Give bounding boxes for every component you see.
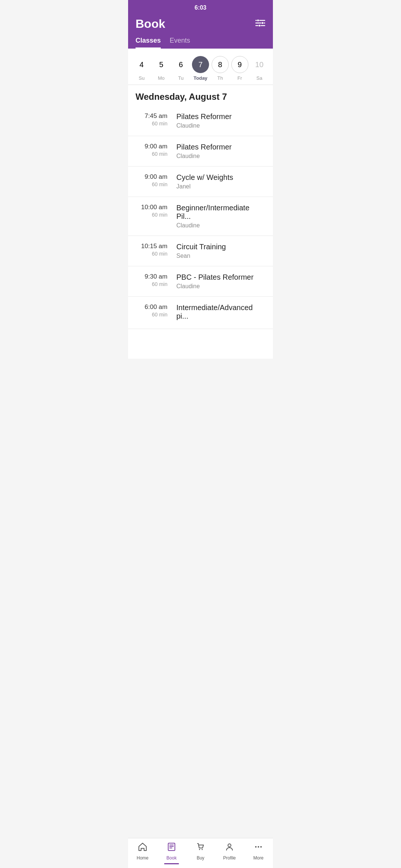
filter-icon[interactable] [255,19,265,29]
day-label-8: Th [217,75,223,81]
class-duration-4: 60 min [136,251,167,257]
class-duration-6: 60 min [136,312,167,318]
day-10[interactable]: 10 Sa [251,56,268,81]
day-number-5: 5 [153,56,170,73]
class-name-5: PBC - Pilates Reformer [176,273,265,282]
day-number-4: 4 [133,56,150,73]
day-4[interactable]: 4 Su [133,56,150,81]
day-6[interactable]: 6 Tu [172,56,189,81]
svg-point-4 [261,22,264,24]
class-instructor-5: Claudine [176,283,265,290]
day-9[interactable]: 9 Fr [231,56,248,81]
class-time-main-5: 9:30 am [136,273,167,280]
class-name-2: Cycle w/ Weights [176,173,265,182]
class-info-5: PBC - Pilates Reformer Claudine [176,273,265,290]
day-number-8: 8 [212,56,229,73]
class-name-0: Pilates Reformer [176,112,265,121]
class-time-main-2: 9:00 am [136,173,167,181]
day-label-4: Su [138,75,144,81]
day-number-10: 10 [251,56,268,73]
header-title: Book [136,17,165,31]
class-item-1[interactable]: 9:00 am 60 min Pilates Reformer Claudine [128,136,273,167]
class-duration-3: 60 min [136,212,167,218]
tabs: Classes Events [128,31,273,49]
class-duration-5: 60 min [136,281,167,287]
svg-point-5 [258,24,261,27]
class-info-4: Circuit Training Sean [176,243,265,259]
class-duration-2: 60 min [136,181,167,187]
class-name-3: Beginner/Intermediate Pil... [176,204,265,221]
class-item-2[interactable]: 9:00 am 60 min Cycle w/ Weights Janel [128,167,273,197]
header: Book [128,11,273,31]
class-info-2: Cycle w/ Weights Janel [176,173,265,190]
class-item-3[interactable]: 10:00 am 60 min Beginner/Intermediate Pi… [128,197,273,236]
classes-list: 7:45 am 60 min Pilates Reformer Claudine… [128,106,273,359]
day-8[interactable]: 8 Th [212,56,229,81]
svg-point-3 [257,19,259,22]
class-time-2: 9:00 am 60 min [136,173,176,187]
class-name-1: Pilates Reformer [176,143,265,151]
class-instructor-2: Janel [176,183,265,190]
class-time-0: 7:45 am 60 min [136,112,176,126]
status-bar: 6:03 [128,0,273,11]
class-time-6: 6:00 am 60 min [136,303,176,318]
class-instructor-4: Sean [176,253,265,259]
class-info-3: Beginner/Intermediate Pil... Claudine [176,204,265,229]
day-label-6: Tu [178,75,184,81]
calendar-strip: 4 Su 5 Mo 6 Tu 7 Today 8 Th 9 Fr 10 Sa [128,49,273,85]
class-time-4: 10:15 am 60 min [136,243,176,257]
class-duration-0: 60 min [136,121,167,126]
class-item-0[interactable]: 7:45 am 60 min Pilates Reformer Claudine [128,106,273,136]
class-info-6: Intermediate/Advanced pi... [176,303,265,322]
day-5[interactable]: 5 Mo [153,56,170,81]
day-number-9: 9 [231,56,248,73]
class-name-6: Intermediate/Advanced pi... [176,303,265,320]
class-instructor-1: Claudine [176,153,265,160]
day-label-9: Fr [238,75,242,81]
class-instructor-0: Claudine [176,122,265,129]
class-time-3: 10:00 am 60 min [136,204,176,218]
day-7-today[interactable]: 7 Today [192,56,209,81]
day-label-7: Today [193,75,207,81]
day-label-5: Mo [158,75,164,81]
class-time-main-3: 10:00 am [136,204,167,211]
date-heading: Wednesday, August 7 [128,85,273,106]
status-time: 6:03 [195,4,206,11]
class-time-5: 9:30 am 60 min [136,273,176,287]
class-time-main-1: 9:00 am [136,143,167,150]
class-info-1: Pilates Reformer Claudine [176,143,265,160]
class-item-6[interactable]: 6:00 am 60 min Intermediate/Advanced pi.… [128,297,273,329]
class-time-main-0: 7:45 am [136,112,167,120]
class-item-4[interactable]: 10:15 am 60 min Circuit Training Sean [128,236,273,266]
class-duration-1: 60 min [136,151,167,157]
day-number-6: 6 [172,56,189,73]
tab-events[interactable]: Events [170,37,190,49]
class-info-0: Pilates Reformer Claudine [176,112,265,129]
class-item-5[interactable]: 9:30 am 60 min PBC - Pilates Reformer Cl… [128,266,273,297]
class-name-4: Circuit Training [176,243,265,251]
class-instructor-3: Claudine [176,222,265,229]
day-label-10: Sa [257,75,263,81]
day-number-7: 7 [192,56,209,73]
class-time-main-6: 6:00 am [136,303,167,311]
tab-classes[interactable]: Classes [136,37,161,49]
class-time-1: 9:00 am 60 min [136,143,176,157]
class-time-main-4: 10:15 am [136,243,167,250]
